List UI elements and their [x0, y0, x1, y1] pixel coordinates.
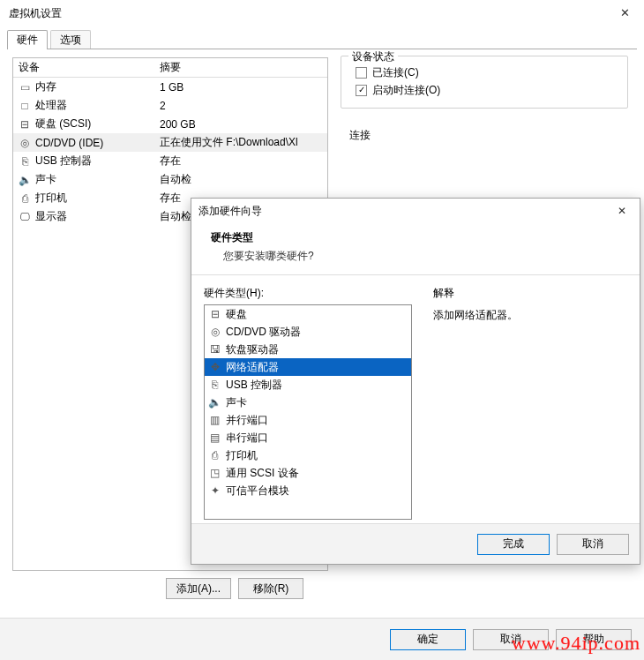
hardware-type-label: 网络适配器 [226, 360, 279, 375]
hardware-type-list[interactable]: ⊟硬盘◎CD/DVD 驱动器🖫软盘驱动器✥网络适配器⎘USB 控制器🔈声卡▥并行… [204, 304, 412, 520]
connected-label: 已连接(C) [372, 65, 419, 80]
device-name-cell: ⊟硬盘 (SCSI) [19, 116, 160, 131]
hardware-type-item[interactable]: ✥网络适配器 [205, 358, 411, 376]
hardware-type-item[interactable]: ◎CD/DVD 驱动器 [205, 323, 411, 341]
sound-icon: 🔈 [19, 174, 31, 186]
device-name-cell: ◎CD/DVD (IDE) [19, 137, 160, 149]
device-name-label: 声卡 [35, 172, 56, 187]
window-title: 虚拟机设置 [9, 7, 62, 19]
device-name-cell: ⎙打印机 [19, 191, 160, 206]
device-summary-cell: 1 GB [160, 81, 322, 94]
device-row[interactable]: 🔈声卡自动检 [13, 170, 327, 189]
dialog-footer: 确定 取消 帮助 [0, 618, 644, 660]
hardware-type-label: 可信平台模块 [226, 484, 289, 499]
network-icon: ✥ [208, 361, 221, 373]
hardware-type-label: 通用 SCSI 设备 [226, 466, 299, 481]
hardware-type-label: CD/DVD 驱动器 [226, 325, 301, 340]
disk-icon: ⊟ [208, 308, 221, 320]
hardware-type-item[interactable]: ⎙打印机 [205, 446, 411, 464]
disk-icon: ⊟ [19, 118, 31, 131]
connection-group-title-row: 连接 [341, 128, 628, 143]
wizard-close-button[interactable]: ✕ [611, 205, 633, 217]
wizard-finish-button[interactable]: 完成 [477, 534, 550, 555]
hardware-type-label: 串行端口 [226, 431, 268, 446]
usb-icon: ⎘ [19, 155, 31, 168]
wizard-subheading: 您要安装哪类硬件? [211, 249, 640, 264]
connect-on-power-label: 启动时连接(O) [372, 83, 440, 98]
device-row[interactable]: ▭内存1 GB [13, 78, 327, 96]
tab-hardware[interactable]: 硬件 [7, 30, 48, 49]
wizard-heading: 硬件类型 [211, 230, 640, 245]
device-row[interactable]: □处理器2 [13, 96, 327, 115]
device-row[interactable]: ⊟硬盘 (SCSI)200 GB [13, 115, 327, 133]
printer-icon: ⎙ [208, 449, 221, 461]
hardware-type-label: USB 控制器 [226, 378, 282, 393]
printer-icon: ⎙ [19, 192, 31, 205]
cpu-icon: □ [19, 100, 31, 112]
hardware-type-label: 声卡 [226, 395, 247, 410]
content-area: 设备 摘要 ▭内存1 GB□处理器2⊟硬盘 (SCSI)200 GB◎CD/DV… [0, 50, 644, 597]
connected-checkbox-row[interactable]: 已连接(C) [350, 64, 618, 81]
wizard-cancel-button[interactable]: 取消 [557, 534, 629, 555]
device-summary-cell: 200 GB [160, 118, 322, 131]
cancel-button[interactable]: 取消 [473, 629, 549, 650]
hardware-type-item[interactable]: ◳通用 SCSI 设备 [205, 464, 411, 482]
device-list-header: 设备 摘要 [13, 58, 327, 78]
hardware-type-item[interactable]: 🖫软盘驱动器 [205, 341, 411, 358]
serial-icon: ▤ [208, 431, 221, 444]
wizard-footer: 完成 取消 [191, 523, 640, 564]
explain-text: 添加网络适配器。 [433, 308, 627, 323]
device-row[interactable]: ⎘USB 控制器存在 [13, 152, 327, 170]
wizard-title-text: 添加硬件向导 [198, 204, 262, 219]
hardware-type-label: 打印机 [226, 448, 258, 463]
device-name-cell: ▭内存 [19, 79, 160, 94]
device-row[interactable]: ◎CD/DVD (IDE)正在使用文件 F:\Download\Xl [13, 133, 327, 152]
hardware-type-item[interactable]: ✦可信平台模块 [205, 482, 411, 499]
device-summary-cell: 2 [160, 100, 322, 112]
device-name-label: 内存 [35, 79, 56, 94]
tab-options[interactable]: 选项 [50, 30, 91, 49]
wizard-body: 硬件类型(H): ⊟硬盘◎CD/DVD 驱动器🖫软盘驱动器✥网络适配器⎘USB … [191, 275, 640, 531]
hardware-type-item[interactable]: ⊟硬盘 [205, 305, 411, 323]
hardware-type-label: 并行端口 [226, 413, 268, 428]
floppy-icon: 🖫 [208, 343, 221, 356]
device-name-label: CD/DVD (IDE) [35, 137, 103, 149]
device-summary-cell: 自动检 [160, 172, 322, 187]
device-name-cell: 🖵显示器 [19, 209, 160, 224]
hardware-type-item[interactable]: 🔈声卡 [205, 394, 411, 411]
tpm-icon: ✦ [208, 484, 221, 497]
hardware-type-item[interactable]: ▥并行端口 [205, 411, 411, 429]
connect-on-power-row[interactable]: ✓ 启动时连接(O) [350, 81, 618, 99]
device-name-cell: ⎘USB 控制器 [19, 154, 160, 169]
device-name-label: 硬盘 (SCSI) [35, 116, 91, 131]
wizard-left: 硬件类型(H): ⊟硬盘◎CD/DVD 驱动器🖫软盘驱动器✥网络适配器⎘USB … [204, 286, 424, 531]
sound-icon: 🔈 [208, 396, 221, 409]
ok-button[interactable]: 确定 [390, 629, 466, 650]
hardware-type-label: 软盘驱动器 [226, 342, 279, 357]
window-close-button[interactable]: ✕ [605, 0, 644, 26]
device-name-label: 显示器 [35, 209, 67, 224]
usb-icon: ⎘ [208, 379, 221, 391]
scsi-icon: ◳ [208, 467, 221, 479]
add-remove-bar: 添加(A)... 移除(R) [166, 578, 303, 599]
checkbox-icon [356, 67, 367, 79]
device-name-label: 处理器 [35, 98, 67, 113]
help-button[interactable]: 帮助 [556, 629, 632, 650]
display-icon: 🖵 [19, 211, 31, 223]
header-summary: 摘要 [160, 60, 181, 75]
add-hardware-wizard: 添加硬件向导 ✕ 硬件类型 您要安装哪类硬件? 硬件类型(H): ⊟硬盘◎CD/… [191, 198, 640, 565]
tab-underline [7, 49, 637, 49]
explain-label: 解释 [433, 286, 627, 301]
device-name-label: USB 控制器 [35, 154, 92, 169]
titlebar: 虚拟机设置 ✕ [0, 0, 644, 26]
cd-icon: ◎ [208, 326, 221, 338]
checkbox-icon: ✓ [356, 85, 367, 96]
add-hardware-button[interactable]: 添加(A)... [166, 578, 231, 599]
wizard-right: 解释 添加网络适配器。 [424, 286, 627, 531]
hardware-type-label: 硬盘 [226, 307, 247, 322]
hardware-type-item[interactable]: ▤串行端口 [205, 429, 411, 446]
device-name-cell: 🔈声卡 [19, 172, 160, 187]
wizard-header: 硬件类型 您要安装哪类硬件? [191, 223, 640, 275]
remove-hardware-button[interactable]: 移除(R) [238, 578, 303, 599]
hardware-type-item[interactable]: ⎘USB 控制器 [205, 376, 411, 394]
